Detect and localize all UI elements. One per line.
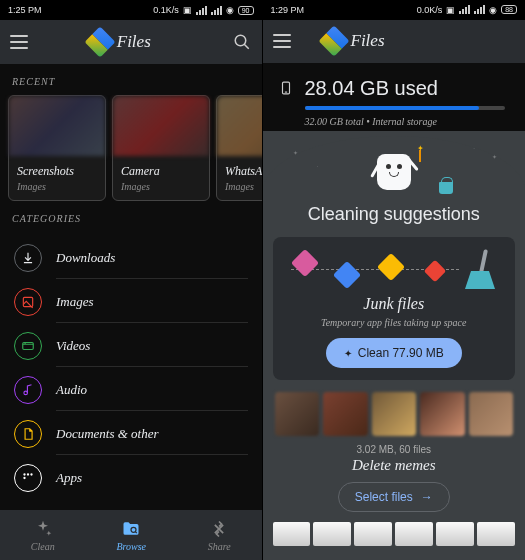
arrow-icon: →: [421, 490, 433, 504]
broom-icon: [465, 249, 497, 291]
clean-screen: 1:29 PM 0.0K/s ▣ ◉ 88 Files 28.04 GB use…: [263, 0, 526, 560]
thumbnail: [275, 392, 320, 436]
recent-card[interactable]: WhatsA Images: [216, 95, 262, 201]
nav-label: Share: [208, 541, 231, 552]
battery-icon: 90: [238, 6, 254, 15]
clean-button[interactable]: ✦ Clean 77.90 MB: [326, 338, 462, 368]
download-icon: [14, 244, 42, 272]
junk-title: Junk files: [285, 295, 504, 313]
card-subtitle: Images: [17, 181, 97, 192]
recent-row[interactable]: Screenshots Images Camera Images WhatsA …: [0, 95, 262, 201]
nav-label: Browse: [116, 541, 146, 552]
nav-clean[interactable]: Clean: [31, 519, 55, 552]
folder-icon: [121, 519, 141, 539]
thumbnail: [420, 392, 465, 436]
status-time: 1:25 PM: [8, 5, 42, 15]
category-documents[interactable]: Documents & other: [0, 412, 262, 456]
video-icon: [14, 332, 42, 360]
select-files-button[interactable]: Select files →: [338, 482, 450, 512]
image-icon: [14, 288, 42, 316]
thumbnail: [217, 96, 262, 156]
battery-icon: 88: [501, 5, 517, 14]
svg-point-5: [23, 473, 25, 475]
svg-rect-2: [23, 297, 32, 306]
button-label: Select files: [355, 490, 413, 504]
hd-icon: ▣: [446, 5, 455, 15]
thumbnail: [395, 522, 433, 546]
meme-stats: 3.02 MB, 60 files: [273, 444, 516, 455]
signal-icon: [459, 5, 470, 14]
document-icon: [14, 420, 42, 448]
cleaning-section: Cleaning suggestions Junk files Temporar…: [263, 202, 526, 560]
svg-line-1: [244, 44, 249, 49]
nav-share[interactable]: Share: [208, 519, 231, 552]
storage-bar: [305, 106, 505, 110]
net-speed: 0.1K/s: [153, 5, 179, 15]
menu-icon[interactable]: [273, 34, 291, 48]
status-bar: 1:29 PM 0.0K/s ▣ ◉ 88: [263, 0, 526, 20]
bottom-thumbnails: [273, 522, 516, 546]
thumbnail: [273, 522, 311, 546]
category-label: Apps: [56, 466, 248, 498]
nav-browse[interactable]: Browse: [116, 519, 146, 552]
thumbnail: [354, 522, 392, 546]
category-audio[interactable]: Audio: [0, 368, 262, 412]
svg-point-8: [23, 477, 25, 479]
svg-rect-3: [23, 343, 34, 350]
category-videos[interactable]: Videos: [0, 324, 262, 368]
status-time: 1:29 PM: [271, 5, 305, 15]
card-title: WhatsA: [225, 164, 262, 179]
phone-icon: [279, 77, 293, 127]
signal-icon-2: [474, 5, 485, 14]
sparkle-icon: ✦: [344, 348, 352, 359]
card-title: Camera: [121, 164, 201, 179]
button-label: Clean 77.90 MB: [358, 346, 444, 360]
card-subtitle: Images: [121, 181, 201, 192]
storage-info[interactable]: 28.04 GB used 32.00 GB total • Internal …: [263, 63, 526, 137]
thumbnail: [477, 522, 515, 546]
app-bar: Files: [263, 20, 526, 63]
signal-icon: [196, 6, 207, 15]
sparkle-icon: [33, 519, 53, 539]
search-button[interactable]: [232, 32, 252, 52]
junk-subtitle: Temporary app files taking up space: [285, 317, 504, 328]
meme-title: Delete memes: [273, 457, 516, 474]
category-apps[interactable]: Apps: [0, 456, 262, 500]
app-title: Files: [351, 31, 385, 51]
thumbnail: [323, 392, 368, 436]
thumbnail: [113, 96, 209, 156]
storage-used: 28.04 GB used: [305, 77, 510, 100]
file-icon: [332, 261, 360, 289]
file-icon: [423, 260, 446, 283]
files-logo-icon: [318, 26, 349, 57]
file-icon: [376, 253, 404, 281]
search-icon: [233, 33, 251, 51]
bucket-icon: [439, 182, 453, 194]
browse-content: RECENT Screenshots Images Camera Images: [0, 64, 262, 510]
file-icon: [290, 249, 318, 277]
junk-files-card: Junk files Temporary app files taking up…: [273, 237, 516, 380]
app-bar: Files: [0, 20, 262, 64]
app-brand: Files: [323, 30, 516, 52]
signal-icon-2: [211, 6, 222, 15]
storage-total: 32.00 GB total • Internal storage: [305, 116, 510, 127]
categories-list: Downloads Images Videos Audio Documents …: [0, 232, 262, 504]
thumbnail: [372, 392, 417, 436]
category-downloads[interactable]: Downloads: [0, 236, 262, 280]
recent-card[interactable]: Camera Images: [112, 95, 210, 201]
audio-icon: [14, 376, 42, 404]
nav-label: Clean: [31, 541, 55, 552]
junk-decoration: [285, 249, 504, 291]
files-logo-icon: [84, 26, 115, 57]
wifi-icon: ◉: [226, 5, 234, 15]
card-title: Screenshots: [17, 164, 97, 179]
net-speed: 0.0K/s: [417, 5, 443, 15]
svg-point-0: [235, 35, 246, 46]
bottom-nav: Clean Browse Share: [0, 510, 262, 560]
recent-label: RECENT: [0, 64, 262, 95]
recent-card[interactable]: Screenshots Images: [8, 95, 106, 201]
svg-point-6: [27, 473, 29, 475]
category-images[interactable]: Images: [0, 280, 262, 324]
category-label: Videos: [56, 334, 248, 367]
thumbnail: [9, 96, 105, 156]
